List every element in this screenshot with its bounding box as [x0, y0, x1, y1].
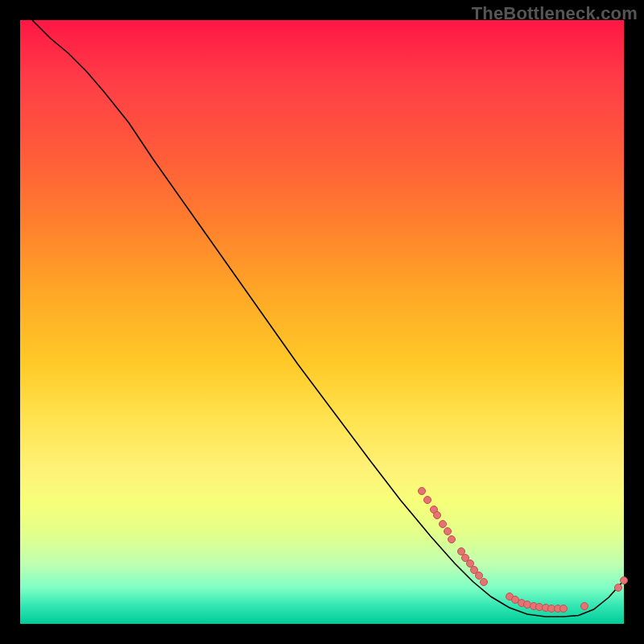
data-point	[418, 487, 426, 495]
curve-layer	[20, 20, 624, 624]
data-point	[580, 602, 588, 610]
watermark-text: TheBottleneck.com	[472, 3, 638, 24]
data-point	[559, 605, 568, 613]
data-point	[480, 578, 488, 586]
data-point	[433, 511, 441, 519]
bottleneck-curve	[32, 20, 624, 617]
chart-container: TheBottleneck.com	[0, 0, 644, 644]
data-point	[614, 584, 622, 592]
plot-area	[20, 20, 624, 624]
data-point	[620, 576, 628, 584]
